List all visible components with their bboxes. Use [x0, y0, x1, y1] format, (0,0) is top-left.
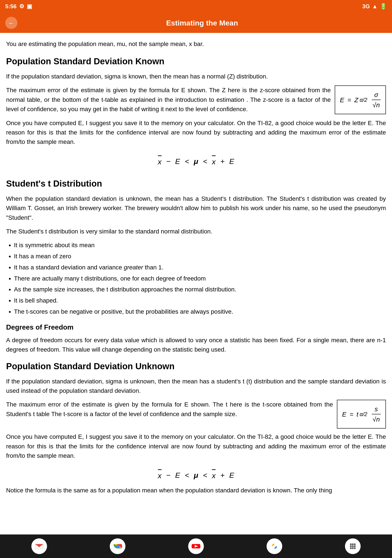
denominator-sqrt-n: √n: [372, 100, 381, 110]
list-item: It has a mean of zero: [14, 252, 386, 261]
formula-box-z: E = Zα/2 σ √n: [335, 86, 386, 114]
status-bar: 5:56 ⚙ ▣ 3G ▲ 🔋: [0, 0, 392, 13]
mu-symbol: μ: [194, 156, 198, 167]
settings-icon: ⚙: [19, 2, 24, 11]
section3-formula-block: E = tα/2 s √n The maximum error of the e…: [6, 400, 386, 432]
section1-para3: Once you have computed E, I suggest you …: [6, 118, 386, 147]
formula-confidence-interval-2: x − E < μ < x + E: [6, 465, 386, 486]
list-item: As the sample size increases, the t dist…: [14, 285, 386, 295]
degrees-of-freedom-para: A degree of freedom occurs for every dat…: [6, 335, 386, 354]
back-button[interactable]: ←: [5, 17, 17, 29]
section1-para1: If the population standard deviation, si…: [6, 72, 386, 81]
section3-para4: Notice the formula is the same as for a …: [6, 486, 386, 495]
section2-heading: Student's t Distribution: [6, 177, 386, 190]
xbar-left-2: x: [158, 469, 162, 481]
bullet-list: It is symmetric about its mean It has a …: [14, 240, 386, 317]
section1-heading: Population Standard Deviation Known: [6, 55, 386, 68]
formula-z-expression: E = Zα/2 σ √n: [340, 90, 381, 110]
list-item: It has a standard deviation and variance…: [14, 263, 386, 272]
section2-para1: When the population standard deviation i…: [6, 194, 386, 222]
formula-box-t: E = tα/2 s √n: [337, 400, 386, 428]
fraction-sigma-sqrt-n: σ √n: [372, 90, 381, 110]
bottom-padding: [6, 499, 386, 525]
section3-heading: Population Standard Deviation Unknown: [6, 360, 386, 373]
list-item: The t-scores can be negative or positive…: [14, 307, 386, 317]
list-item: There are actually many t distributions,…: [14, 274, 386, 284]
formula-confidence-interval-1: x − E < μ < x + E: [6, 151, 386, 172]
intro-paragraph: You are estimating the population mean, …: [6, 39, 386, 49]
main-content: You are estimating the population mean, …: [0, 33, 392, 532]
battery-icon: 🔋: [380, 2, 387, 11]
mu-symbol-2: μ: [194, 470, 198, 481]
formula-t-expression: E = tα/2 s √n: [342, 404, 381, 424]
page-title: Estimating the Mean: [17, 17, 387, 28]
section2-para2: The Student's t distribution is very sim…: [6, 227, 386, 236]
numerator-s: s: [372, 404, 381, 414]
network-label: 3G: [362, 2, 370, 11]
t-subscript: α/2: [359, 410, 367, 418]
z-subscript: α/2: [359, 96, 367, 104]
numerator-sigma: σ: [372, 90, 381, 100]
xbar-right-2: x: [212, 469, 216, 481]
section3-para3: Once you have computed E, I suggest you …: [6, 432, 386, 460]
status-bar-left: 5:56 ⚙ ▣: [5, 2, 32, 11]
app-bar: ← Estimating the Mean: [0, 13, 392, 33]
status-bar-right: 3G ▲ 🔋: [362, 2, 387, 11]
xbar-left: x: [158, 155, 162, 167]
section1-formula-block: E = Zα/2 σ √n The maximum error of the e…: [6, 86, 386, 118]
degrees-of-freedom-heading: Degrees of Freedom: [6, 322, 386, 332]
list-item: It is symmetric about its mean: [14, 240, 386, 250]
back-arrow-icon: ←: [8, 18, 15, 28]
list-item: It is bell shaped.: [14, 296, 386, 305]
section3-para2: The maximum error of the estimate is giv…: [6, 400, 386, 419]
xbar-right: x: [212, 155, 216, 167]
section1-para2: The maximum error of the estimate is giv…: [6, 86, 386, 114]
signal-icon: ▲: [372, 2, 378, 11]
section3-para1: If the population standard deviation, si…: [6, 377, 386, 396]
denominator-sqrt-n-t: √n: [372, 414, 381, 424]
status-time: 5:56: [5, 2, 17, 11]
fraction-s-sqrt-n: s √n: [372, 404, 381, 424]
sim-icon: ▣: [27, 2, 32, 11]
